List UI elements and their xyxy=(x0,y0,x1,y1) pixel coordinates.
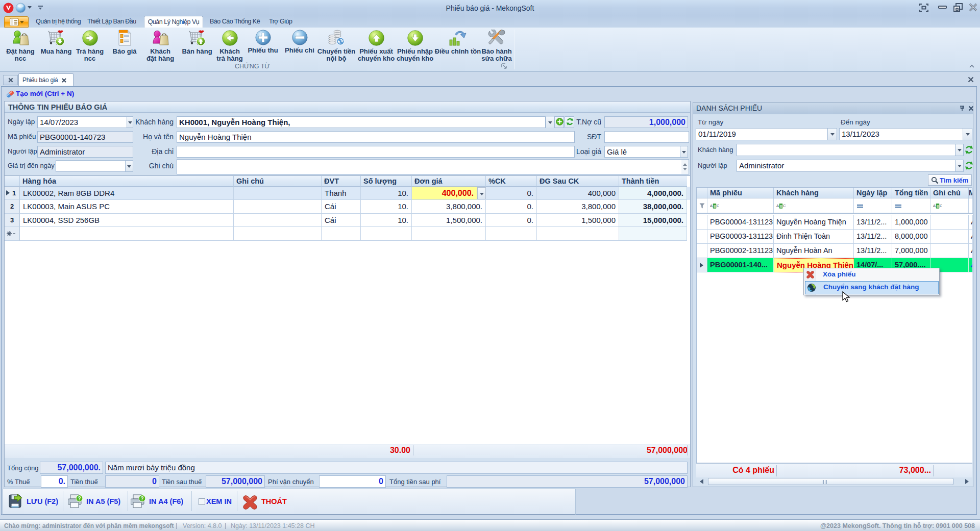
svg-text:C: C xyxy=(717,204,719,208)
svg-text:C: C xyxy=(940,204,942,208)
svg-text:A: A xyxy=(776,204,779,208)
svg-text:A: A xyxy=(933,204,936,208)
svg-text:?: ? xyxy=(78,496,81,501)
svg-text:B: B xyxy=(714,204,716,209)
svg-text:B: B xyxy=(780,204,782,209)
svg-text:C: C xyxy=(783,204,786,208)
svg-text:B: B xyxy=(937,204,939,209)
svg-text:?: ? xyxy=(140,496,143,501)
svg-text:A: A xyxy=(710,204,713,208)
